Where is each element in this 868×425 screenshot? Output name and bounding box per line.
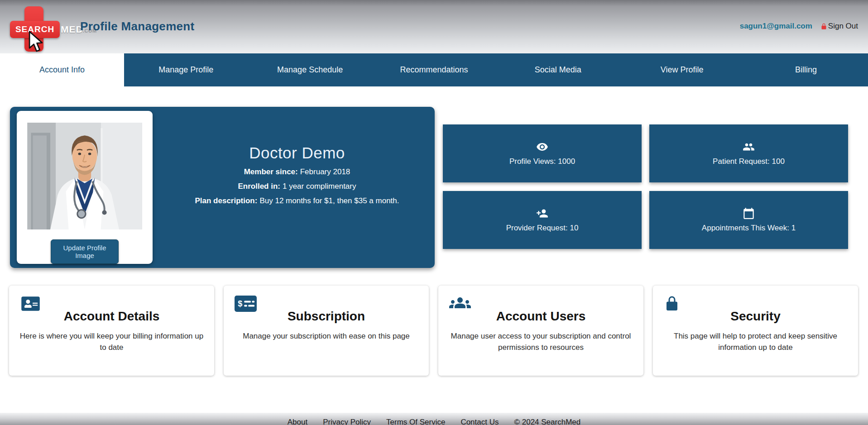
tab-account-info[interactable]: Account Info [0, 53, 124, 86]
doctor-name: Doctor Demo [159, 144, 435, 162]
plan-description-line: Plan description:Buy 12 months for $1, t… [159, 196, 435, 205]
tab-recommendations[interactable]: Recommendations [372, 53, 496, 86]
account-users-description: Manage user access to your subscription … [438, 331, 643, 353]
stat-appointments-week: Appointments This Week: 1 [649, 191, 848, 249]
page-title: Profile Management [80, 19, 194, 33]
stat-profile-views-label: Profile Views: 1000 [509, 157, 575, 166]
account-users-card[interactable]: Account Users Manage user access to your… [438, 286, 643, 376]
sign-out-label: Sign Out [828, 22, 858, 31]
tab-manage-profile[interactable]: Manage Profile [124, 53, 248, 86]
eye-icon [536, 141, 548, 153]
profile-photo [27, 123, 143, 229]
stat-provider-request: Provider Request: 10 [443, 191, 642, 249]
app-header: SEARCH MED .COM Profile Management sagun… [0, 0, 868, 53]
tab-social-media[interactable]: Social Media [496, 53, 620, 86]
group-icon [449, 296, 471, 312]
contact-card-icon [20, 296, 41, 312]
doctor-portrait-image [27, 123, 143, 229]
update-profile-image-button[interactable]: Update Profile Image [51, 239, 119, 264]
enrolled-in-line: Enrolled in:1 year complimentary [159, 182, 435, 191]
calendar-icon [743, 207, 755, 220]
footer-link-contact-us[interactable]: Contact Us [460, 418, 499, 425]
account-email-link[interactable]: sagun1@gmail.com [740, 22, 812, 31]
cursor-arrow-icon [26, 31, 45, 54]
member-since-line: Member since:February 2018 [159, 167, 435, 177]
svg-text:$: $ [238, 299, 242, 308]
plan-description-value: Buy 12 months for $1, then $35 a month. [259, 196, 399, 205]
page-footer: About Privacy Policy Terms Of Service Co… [0, 413, 868, 425]
footer-link-about[interactable]: About [288, 418, 307, 425]
stats-grid: Profile Views: 1000 Patient Request: 100… [443, 124, 848, 249]
lock-icon [664, 296, 680, 312]
profile-summary-card: Update Profile Image Doctor Demo Member … [10, 107, 435, 268]
billing-check-icon: $ [235, 296, 257, 312]
feature-cards: Account Details Here is where you will k… [9, 286, 858, 376]
sign-out-button[interactable]: Sign Out [820, 22, 858, 31]
security-description: This page will help to protect and keep … [653, 331, 858, 353]
stat-profile-views: Profile Views: 1000 [443, 124, 642, 182]
footer-copyright: © 2024 SearchMed [514, 418, 580, 425]
security-card[interactable]: Security This page will help to protect … [653, 286, 858, 376]
member-since-label: Member since: [244, 167, 298, 176]
subscription-card[interactable]: $ Subscription Manage your subscription … [224, 286, 429, 376]
enrolled-in-value: 1 year complimentary [283, 182, 356, 191]
plan-description-label: Plan description: [195, 196, 257, 205]
footer-link-privacy-policy[interactable]: Privacy Policy [323, 418, 371, 425]
security-title: Security [653, 309, 858, 324]
stat-patient-request: Patient Request: 100 [649, 124, 848, 182]
subscription-description: Manage your subscription with ease on th… [224, 331, 429, 342]
account-details-description: Here is where you will keep your billing… [9, 331, 214, 353]
tab-manage-schedule[interactable]: Manage Schedule [248, 53, 372, 86]
member-since-value: February 2018 [300, 167, 350, 176]
stat-appointments-week-label: Appointments This Week: 1 [702, 224, 796, 233]
footer-link-terms-of-service[interactable]: Terms Of Service [386, 418, 445, 425]
stat-provider-request-label: Provider Request: 10 [506, 224, 579, 233]
main-nav: Account Info Manage Profile Manage Sched… [0, 53, 868, 86]
stat-patient-request-label: Patient Request: 100 [713, 157, 785, 166]
tab-billing[interactable]: Billing [744, 53, 868, 86]
profile-photo-card: Update Profile Image [17, 111, 153, 264]
account-details-card[interactable]: Account Details Here is where you will k… [9, 286, 214, 376]
enrolled-in-label: Enrolled in: [238, 182, 280, 191]
person-add-icon [536, 207, 548, 220]
lock-icon [820, 23, 827, 30]
people-icon [743, 141, 755, 153]
tab-view-profile[interactable]: View Profile [620, 53, 744, 86]
